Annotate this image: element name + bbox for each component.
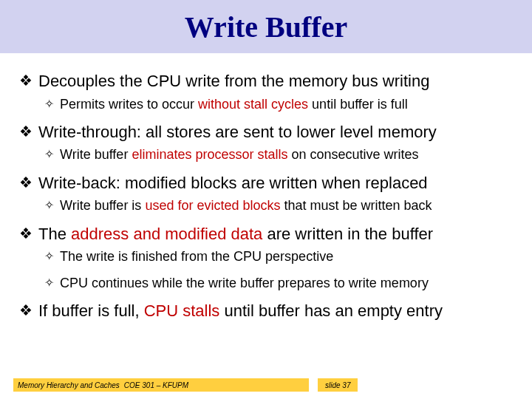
accent-text: eliminates processor stalls bbox=[132, 147, 287, 162]
bullet-level-2: ✧Write buffer is used for evicted blocks… bbox=[44, 197, 517, 214]
bullet-glyph: ❖ bbox=[19, 71, 33, 91]
bullet-level-1: ❖Write-through: all stores are sent to l… bbox=[19, 122, 517, 143]
bullet-level-1: ❖Decouples the CPU write from the memory… bbox=[19, 71, 517, 92]
bullet-glyph: ✧ bbox=[44, 197, 54, 214]
accent-text: CPU stalls bbox=[144, 301, 220, 320]
accent-text: without stall cycles bbox=[198, 97, 308, 112]
bullet-text: Write-through: all stores are sent to lo… bbox=[38, 122, 437, 143]
bullet-glyph: ✧ bbox=[44, 275, 54, 291]
bullet-text: The address and modified data are writte… bbox=[38, 224, 433, 245]
title-band: Write Buffer bbox=[0, 0, 532, 53]
bullet-text: If buffer is full, CPU stalls until buff… bbox=[38, 301, 443, 321]
bullet-level-2: ✧CPU continues while the write buffer pr… bbox=[44, 275, 517, 292]
bullet-text: The write is finished from the CPU persp… bbox=[60, 248, 333, 265]
bullet-glyph: ❖ bbox=[19, 224, 33, 244]
bullet-level-1: ❖Write-back: modified blocks are written… bbox=[19, 173, 517, 194]
bullet-glyph: ✧ bbox=[44, 248, 54, 265]
bullet-level-2: ✧The write is finished from the CPU pers… bbox=[44, 248, 517, 265]
accent-text: address and modified data bbox=[71, 225, 262, 243]
bullet-glyph: ❖ bbox=[19, 173, 33, 193]
bullet-text: Write-back: modified blocks are written … bbox=[38, 173, 428, 194]
bullet-text: Write buffer is used for evicted blocks … bbox=[60, 197, 432, 214]
slide-number: slide 37 bbox=[318, 378, 358, 392]
bullet-text: Write buffer eliminates processor stalls… bbox=[60, 146, 419, 163]
bullet-text: Permits writes to occur without stall cy… bbox=[60, 96, 408, 113]
bullet-glyph: ❖ bbox=[19, 301, 33, 321]
bullet-glyph: ✧ bbox=[44, 96, 54, 112]
footer-bar: Memory Hierarchy and Caches COE 301 – KF… bbox=[13, 378, 309, 392]
bullet-level-1: ❖The address and modified data are writt… bbox=[19, 224, 517, 245]
bullet-glyph: ❖ bbox=[19, 122, 33, 142]
bullet-level-1: ❖If buffer is full, CPU stalls until buf… bbox=[19, 301, 517, 321]
bullet-level-2: ✧Write buffer eliminates processor stall… bbox=[44, 146, 517, 163]
bullet-level-2: ✧Permits writes to occur without stall c… bbox=[44, 96, 517, 113]
slide-content: ❖Decouples the CPU write from the memory… bbox=[0, 53, 532, 321]
bullet-text: Decouples the CPU write from the memory … bbox=[38, 71, 429, 92]
footer-course: COE 301 – KFUPM bbox=[124, 381, 188, 389]
bullet-text: CPU continues while the write buffer pre… bbox=[60, 275, 429, 292]
bullet-glyph: ✧ bbox=[44, 146, 54, 163]
accent-text: used for evicted blocks bbox=[145, 198, 280, 213]
slide-title: Write Buffer bbox=[185, 10, 347, 44]
footer-topic: Memory Hierarchy and Caches bbox=[18, 381, 120, 389]
